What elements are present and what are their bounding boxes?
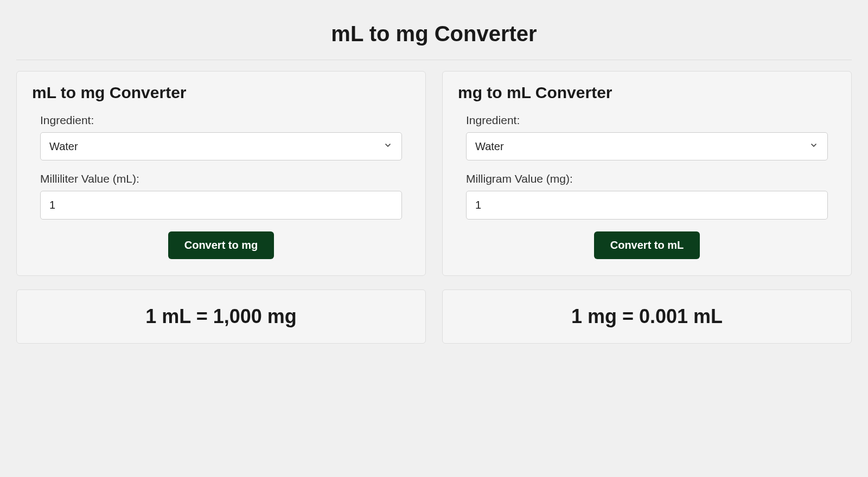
right-column: mg to mL Converter Ingredient: Water Mil… bbox=[442, 71, 852, 344]
value-label-left: Milliliter Value (mL): bbox=[40, 172, 402, 185]
value-group-left: Milliliter Value (mL): bbox=[40, 172, 402, 220]
convert-to-ml-button[interactable]: Convert to mL bbox=[594, 231, 700, 259]
page-title: mL to mg Converter bbox=[16, 11, 852, 60]
ingredient-select-wrapper-left: Water bbox=[40, 132, 402, 160]
value-group-right: Milligram Value (mg): bbox=[466, 172, 828, 220]
left-column: mL to mg Converter Ingredient: Water Mil… bbox=[16, 71, 426, 344]
ingredient-select-wrapper-right: Water bbox=[466, 132, 828, 160]
result-text-right: 1 mg = 0.001 mL bbox=[454, 305, 840, 328]
ml-to-mg-card: mL to mg Converter Ingredient: Water Mil… bbox=[16, 71, 426, 276]
ingredient-label-right: Ingredient: bbox=[466, 114, 828, 127]
result-card-right: 1 mg = 0.001 mL bbox=[442, 289, 852, 344]
converter-grid: mL to mg Converter Ingredient: Water Mil… bbox=[16, 71, 852, 344]
button-row-left: Convert to mg bbox=[32, 231, 410, 259]
ingredient-group-left: Ingredient: Water bbox=[40, 114, 402, 160]
ingredient-select-left[interactable]: Water bbox=[40, 132, 402, 160]
result-text-left: 1 mL = 1,000 mg bbox=[28, 305, 414, 328]
convert-to-mg-button[interactable]: Convert to mg bbox=[168, 231, 275, 259]
mg-to-ml-card: mg to mL Converter Ingredient: Water Mil… bbox=[442, 71, 852, 276]
ingredient-label-left: Ingredient: bbox=[40, 114, 402, 127]
mg-value-input[interactable] bbox=[466, 191, 828, 220]
ml-value-input[interactable] bbox=[40, 191, 402, 220]
result-card-left: 1 mL = 1,000 mg bbox=[16, 289, 426, 344]
value-label-right: Milligram Value (mg): bbox=[466, 172, 828, 185]
button-row-right: Convert to mL bbox=[458, 231, 836, 259]
ingredient-select-right[interactable]: Water bbox=[466, 132, 828, 160]
ingredient-group-right: Ingredient: Water bbox=[466, 114, 828, 160]
card-title-ml-to-mg: mL to mg Converter bbox=[32, 83, 410, 102]
card-title-mg-to-ml: mg to mL Converter bbox=[458, 83, 836, 102]
